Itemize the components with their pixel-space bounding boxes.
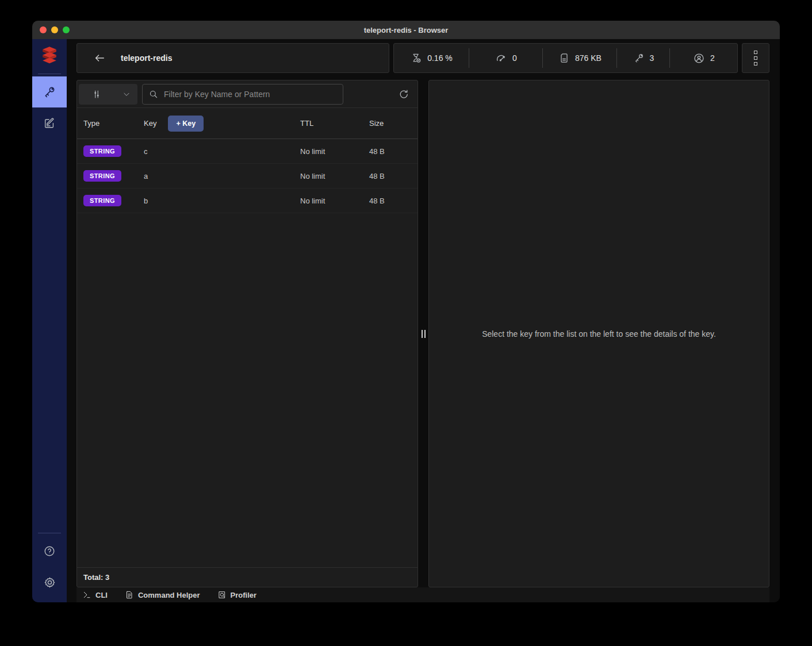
sidebar-bottom-divider: [38, 533, 61, 533]
stat-memory-value: 876 KB: [575, 53, 602, 63]
sidebar-item-workbench[interactable]: [32, 107, 67, 139]
key-details-panel: Select the key from the list on the left…: [428, 80, 769, 587]
key-row[interactable]: STRING a No limit 48 B: [77, 164, 418, 189]
column-type: Type: [83, 119, 144, 128]
connected-clients-icon: [693, 52, 705, 64]
stat-keys-value: 3: [650, 53, 654, 63]
commands-per-sec-icon: [495, 52, 507, 64]
terminal-icon: [82, 590, 91, 599]
search-icon: [148, 89, 159, 99]
column-size: Size: [369, 119, 418, 128]
stat-clients-value: 2: [710, 53, 715, 63]
back-button[interactable]: [93, 52, 106, 64]
profiler-toggle[interactable]: Profiler: [217, 590, 257, 599]
panel-resize-handle[interactable]: [420, 328, 427, 340]
key-ttl: No limit: [300, 197, 369, 205]
document-icon: [125, 590, 134, 599]
traffic-lights: [32, 26, 70, 33]
titlebar: teleport-redis - Browser: [32, 21, 780, 39]
chevron-down-icon: [122, 90, 131, 98]
redis-logo-icon: [32, 39, 67, 71]
key-size: 48 B: [369, 147, 418, 156]
key-search-box: [142, 84, 343, 105]
profiler-icon: [217, 590, 227, 599]
total-keys-icon: [633, 52, 645, 64]
total-keys-label: Total: 3: [83, 573, 109, 582]
sidebar-item-help[interactable]: [32, 536, 67, 567]
refresh-keys-button[interactable]: [398, 89, 409, 100]
stat-cpu-value: 0.16 %: [427, 53, 453, 63]
back-arrow-icon: [93, 52, 106, 64]
cli-toggle[interactable]: CLI: [82, 590, 108, 599]
memory-icon: [558, 52, 570, 64]
key-list-panel: Type Key + Key TTL Size STRING c No limi…: [76, 80, 418, 587]
filter-bar: [77, 80, 418, 108]
filter-sliders-icon: [91, 89, 102, 99]
refresh-icon: [398, 89, 409, 100]
sidebar: [32, 39, 67, 602]
stat-commands: 0: [469, 52, 542, 64]
zoom-window-button[interactable]: [63, 26, 70, 33]
kebab-icon: [754, 51, 757, 54]
type-badge: STRING: [83, 195, 121, 206]
key-table-header: Type Key + Key TTL Size: [77, 108, 418, 139]
sidebar-item-browser[interactable]: [32, 76, 67, 107]
type-badge: STRING: [83, 145, 121, 157]
key-ttl: No limit: [300, 147, 369, 156]
key-name: c: [144, 147, 300, 156]
edit-icon: [43, 117, 56, 129]
key-row[interactable]: STRING b No limit 48 B: [77, 189, 418, 213]
db-header: teleport-redis: [76, 43, 389, 73]
stat-commands-value: 0: [512, 53, 517, 63]
db-stats: 0.16 % 0: [393, 43, 738, 73]
key-icon: [43, 85, 56, 99]
key-size: 48 B: [369, 172, 418, 180]
add-key-button[interactable]: + Key: [168, 116, 204, 132]
column-key: Key: [144, 119, 156, 128]
command-helper-toggle[interactable]: Command Helper: [125, 590, 200, 599]
key-size: 48 B: [369, 197, 418, 205]
stat-keys: 3: [617, 52, 669, 64]
help-circle-icon: [43, 545, 56, 557]
stat-cpu: 0.16 %: [394, 52, 469, 64]
key-search-input[interactable]: [164, 90, 337, 99]
empty-details-message: Select the key from the list on the left…: [482, 329, 716, 339]
column-ttl: TTL: [300, 119, 369, 128]
key-name: b: [144, 197, 300, 205]
window-title: teleport-redis - Browser: [32, 26, 780, 34]
key-row[interactable]: STRING c No limit 48 B: [77, 139, 418, 164]
filter-type-dropdown[interactable]: [79, 84, 137, 105]
sidebar-item-settings[interactable]: [32, 567, 67, 598]
stat-memory: 876 KB: [543, 52, 616, 64]
minimize-window-button[interactable]: [51, 26, 58, 33]
gear-icon: [43, 576, 56, 589]
database-name: teleport-redis: [121, 53, 172, 63]
type-badge: STRING: [83, 170, 121, 182]
key-ttl: No limit: [300, 172, 369, 180]
sidebar-divider: [38, 74, 61, 74]
stat-clients: 2: [670, 52, 737, 64]
key-name: a: [144, 172, 300, 180]
close-window-button[interactable]: [40, 26, 47, 33]
bottom-toolbar: CLI Command Helper: [76, 587, 769, 602]
app-window: teleport-redis - Browser: [32, 21, 780, 602]
overflow-menu-button[interactable]: [742, 43, 769, 73]
cpu-usage-icon: [411, 52, 422, 64]
